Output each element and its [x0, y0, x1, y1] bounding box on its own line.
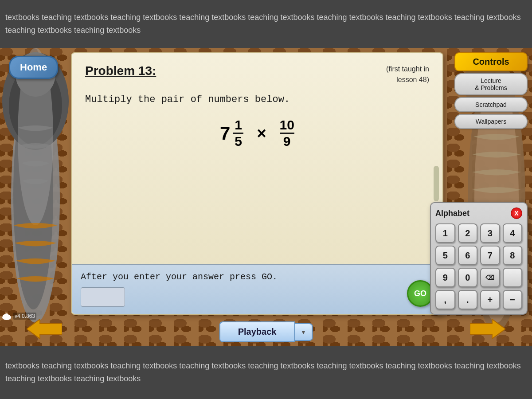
top-ticker: textbooks teaching textbooks teaching te… [0, 0, 532, 48]
svg-marker-13 [27, 319, 62, 339]
key-plus[interactable]: + [480, 290, 500, 309]
svg-point-18 [4, 313, 9, 318]
playback-button[interactable]: Playback [219, 321, 295, 342]
main-area: Home Problem 13: (first taught inlesson … [0, 48, 532, 346]
home-button[interactable]: Home [9, 56, 58, 79]
math-expression: 7 1 5 × 10 9 [85, 118, 429, 148]
cloud-icon [2, 312, 12, 320]
svg-marker-14 [470, 319, 505, 339]
fraction-numerator-2: 10 [280, 118, 294, 134]
key-1[interactable]: 1 [435, 223, 455, 243]
fraction-denominator-1: 5 [233, 134, 243, 148]
key-5[interactable]: 5 [435, 246, 455, 265]
key-minus[interactable]: − [503, 290, 523, 309]
bottom-ticker: textbooks teaching textbooks teaching te… [0, 346, 532, 399]
problem-title: Problem 13: [85, 64, 156, 78]
nav-arrow-right[interactable] [470, 319, 505, 340]
lecture-problems-button[interactable]: Lecture& Problems [454, 73, 528, 95]
fraction-numerator-1: 1 [233, 118, 243, 134]
answer-input-box[interactable] [81, 287, 125, 307]
answer-prompt: After you enter your answer press GO. [81, 272, 434, 282]
answer-section: After you enter your answer press GO. GO [72, 264, 442, 314]
key-4[interactable]: 4 [503, 223, 523, 243]
keyboard-title: Alphabet [435, 209, 469, 218]
key-0[interactable]: 0 [458, 268, 478, 287]
key-8[interactable]: 8 [503, 246, 523, 265]
fraction-denominator-2: 9 [282, 134, 292, 148]
problem-instruction: Multiply the pair of numbers below. [85, 94, 429, 105]
controls-panel: Controls Lecture& Problems Scratchpad Wa… [454, 52, 528, 131]
keyboard-grid: 1 2 3 4 5 6 7 8 9 0 ⌫ , . + − [435, 223, 522, 309]
keyboard-header: Alphabet X [435, 207, 522, 219]
whole-number: 7 [220, 123, 230, 144]
alphabet-keyboard: Alphabet X 1 2 3 4 5 6 7 8 9 0 ⌫ , . + − [430, 202, 528, 315]
playback-dropdown[interactable]: ▼ [295, 323, 313, 341]
multiply-sign: × [257, 124, 266, 143]
key-backspace[interactable]: ⌫ [480, 268, 500, 287]
nav-arrow-left[interactable] [27, 319, 62, 340]
wallpapers-button[interactable]: Wallpapers [454, 114, 528, 129]
key-3[interactable]: 3 [480, 223, 500, 243]
key-9[interactable]: 9 [435, 268, 455, 287]
key-6[interactable]: 6 [458, 246, 478, 265]
key-comma[interactable]: , [435, 290, 455, 309]
scratchpad-button[interactable]: Scratchpad [454, 97, 528, 112]
key-7[interactable]: 7 [480, 246, 500, 265]
version-label: v4.0.863 [13, 313, 36, 320]
key-empty [503, 268, 523, 287]
problem-header: Problem 13: (first taught inlesson 48) [85, 64, 429, 85]
fraction-1: 1 5 [233, 118, 243, 148]
keyboard-close-button[interactable]: X [511, 207, 522, 219]
fraction-2: 10 9 [280, 118, 294, 148]
first-taught-label: (first taught inlesson 48) [386, 64, 429, 85]
mixed-number: 7 1 5 [220, 118, 243, 148]
key-dot[interactable]: . [458, 290, 478, 309]
playback-bar: Playback ▼ [219, 321, 313, 342]
key-2[interactable]: 2 [458, 223, 478, 243]
go-button[interactable]: GO [407, 280, 434, 307]
answer-row [81, 287, 434, 307]
controls-header: Controls [454, 52, 528, 71]
scroll-indicator [434, 166, 439, 201]
snake-left-decoration [0, 48, 71, 346]
problem-card: Problem 13: (first taught inlesson 48) M… [71, 52, 443, 315]
